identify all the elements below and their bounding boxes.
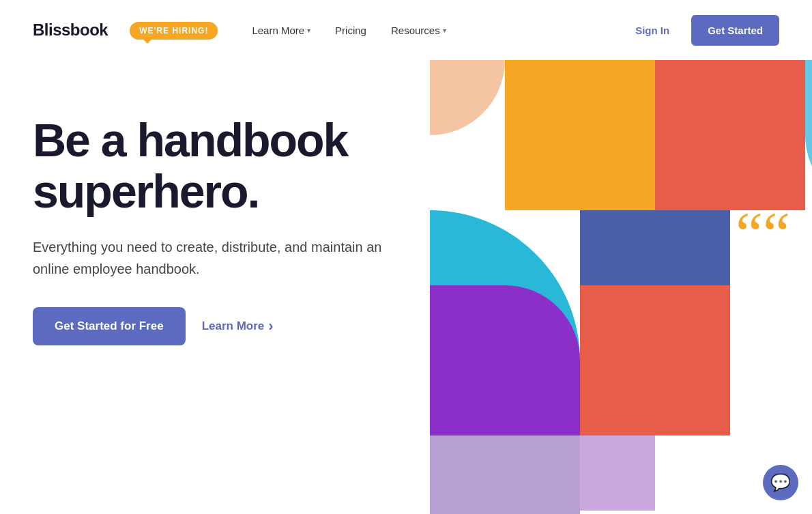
chevron-down-icon: ▾ (307, 27, 310, 34)
get-started-nav-button[interactable]: Get Started (691, 15, 779, 46)
hero-actions: Get Started for Free Learn More (33, 307, 388, 345)
block-lavender (430, 436, 580, 514)
hiring-badge[interactable]: WE'RE HIRING! (130, 22, 218, 40)
hero-title: Be a handbook superhero. (33, 115, 388, 217)
hiring-badge-container[interactable]: WE'RE HIRING! (130, 24, 231, 36)
navbar: Blissbook WE'RE HIRING! Learn More ▾ Pri… (0, 0, 812, 60)
block-orange (505, 60, 655, 210)
block-lightblue-circle (805, 60, 812, 210)
block-peach-circle (430, 60, 505, 135)
sign-in-button[interactable]: Sign In (624, 19, 680, 42)
hero-content: Be a handbook superhero. Everything you … (33, 87, 388, 345)
get-started-free-button[interactable]: Get Started for Free (33, 307, 186, 345)
block-lightpurple (580, 436, 655, 511)
hero-illustration: ““ (430, 60, 812, 514)
quote-mark-icon: ““ (736, 203, 790, 265)
chat-icon: 💬 (770, 473, 791, 492)
block-coral2 (580, 285, 730, 436)
block-red (655, 60, 805, 210)
nav-links: Learn More ▾ Pricing Resources ▾ (242, 19, 624, 42)
chat-widget-button[interactable]: 💬 (763, 465, 798, 500)
nav-right: Sign In Get Started (624, 15, 779, 46)
hero-section: Be a handbook superhero. Everything you … (0, 60, 812, 514)
logo[interactable]: Blissbook (33, 20, 108, 40)
nav-pricing[interactable]: Pricing (325, 19, 376, 42)
hero-subtitle: Everything you need to create, distribut… (33, 236, 388, 280)
chevron-down-icon-2: ▾ (443, 27, 446, 34)
block-purple-region (430, 285, 580, 442)
nav-learn-more[interactable]: Learn More ▾ (242, 19, 320, 42)
nav-resources[interactable]: Resources ▾ (381, 19, 456, 42)
hero-learn-more-link[interactable]: Learn More (202, 317, 274, 335)
